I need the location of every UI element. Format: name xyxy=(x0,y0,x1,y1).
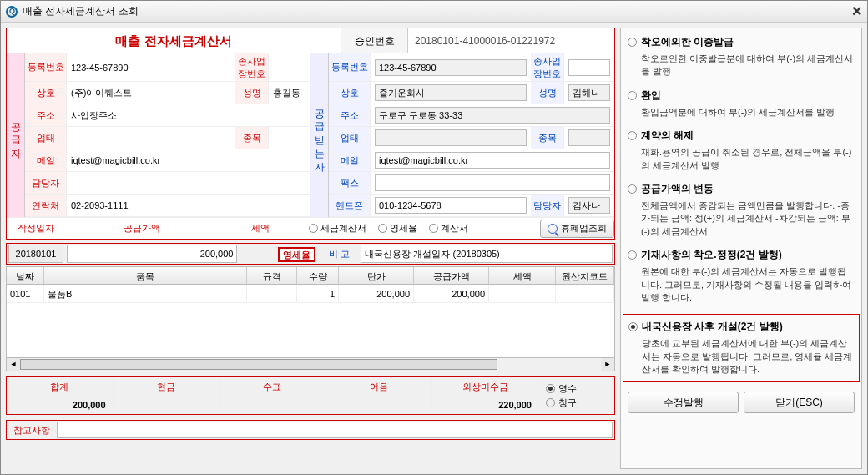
remark-input[interactable] xyxy=(361,245,613,263)
option-desc: 당초에 교부된 세금계산서에 대한 부(-)의 세금계산서는 자동으로 발행됩니… xyxy=(628,337,854,376)
col-price: 단가 xyxy=(339,267,414,284)
buyer-reg-input[interactable] xyxy=(375,59,527,76)
radio-icon xyxy=(628,91,637,100)
sum-check-label: 수표 xyxy=(220,377,326,396)
correction-option-2[interactable]: 계약의 해제재화.용역의 공급이 취소된 경우로, 전체금액을 부(-)의 세금… xyxy=(628,129,855,172)
supplier-biz-label: 업태 xyxy=(25,127,67,149)
supplier-sub-label: 종사업장번호 xyxy=(235,53,269,81)
scroll-left-icon[interactable]: ◄ xyxy=(7,358,20,371)
supplier-mgr xyxy=(67,172,310,194)
supplier-reg-label: 등록번호 xyxy=(25,53,67,81)
col-tax: 세액 xyxy=(489,267,556,284)
sum-note-label: 어음 xyxy=(326,377,433,396)
doc-date-label: 작성일자 xyxy=(7,222,65,235)
document-title: 매출 전자세금계산서 xyxy=(7,28,341,53)
supplier-mail-label: 메일 xyxy=(25,149,67,171)
scroll-thumb[interactable] xyxy=(20,359,497,370)
correction-option-3[interactable]: 공급가액의 변동전체금액에서 증감되는 금액만큼을 발행합니다. -증가되는 금… xyxy=(628,182,855,238)
radio-receipt[interactable]: 영수 xyxy=(546,382,614,395)
buyer-biz-label: 업태 xyxy=(329,127,371,149)
supplier-tel-label: 연락처 xyxy=(25,195,67,216)
buyer-fax-input[interactable] xyxy=(375,174,610,191)
col-supply: 공급가액 xyxy=(414,267,489,284)
zero-rate-tag: 영세율 xyxy=(278,247,315,262)
col-date: 날짜 xyxy=(7,267,44,284)
correction-option-4[interactable]: 기재사항의 착오.정정(2건 발행)원본에 대한 부(-)의 세금계산서는 자동… xyxy=(628,248,855,304)
issue-correction-button[interactable]: 수정발행 xyxy=(628,392,739,413)
buyer-cell-input[interactable] xyxy=(375,197,527,214)
radio-zero-rate[interactable]: 영세율 xyxy=(378,222,417,235)
table-row[interactable]: 0101물품B1200,000200,000 xyxy=(7,285,614,303)
buyer-fax-label: 팩스 xyxy=(329,172,371,194)
radio-icon xyxy=(628,184,637,194)
option-desc: 착오로인한 이중발급분에 대하여 부(-)의 세금계산서를 발행 xyxy=(628,53,855,78)
radio-icon xyxy=(628,38,637,47)
buyer-sub-input[interactable] xyxy=(568,59,610,76)
col-spec: 규격 xyxy=(247,267,297,284)
option-desc: 환입금액분에 대하여 부(-)의 세금계산서를 발행 xyxy=(628,106,855,119)
buyer-mail-label: 메일 xyxy=(329,149,371,171)
supplier-name-label: 상호 xyxy=(25,82,67,104)
sum-total: 200,000 xyxy=(7,396,114,414)
supplier-item-label: 종목 xyxy=(235,127,269,149)
supply-amount-input[interactable] xyxy=(67,245,237,263)
buyer-name-label: 상호 xyxy=(329,82,371,104)
sum-total-label: 합계 xyxy=(7,377,114,396)
approval-value: 20180101-41000016-01221972 xyxy=(407,28,614,53)
option-desc: 전체금액에서 증감되는 금액만큼을 발행합니다. -증가되는 금액: 정(+)의… xyxy=(628,200,855,238)
supplier-item xyxy=(269,127,310,149)
close-icon[interactable]: ✕ xyxy=(851,3,862,19)
buyer-reg-label: 등록번호 xyxy=(329,53,371,81)
correction-option-1[interactable]: 환입환입금액분에 대하여 부(-)의 세금계산서를 발행 xyxy=(628,88,855,119)
correction-option-5[interactable]: 내국신용장 사후 개설(2건 발행)당초에 교부된 세금계산서에 대한 부(-)… xyxy=(623,314,860,382)
note-label: 참고사항 xyxy=(7,424,57,437)
sum-credit: 220,000 xyxy=(432,396,539,414)
supplier-name: (주)아이퀘스트 xyxy=(67,82,235,104)
doc-tax-label: 세액 xyxy=(219,222,302,235)
option-desc: 재화.용역의 공급이 취소된 경우로, 전체금액을 부(-)의 세금계산서 발행 xyxy=(628,146,855,172)
buyer-name-input[interactable] xyxy=(375,84,527,101)
sum-cash-label: 현금 xyxy=(114,377,220,396)
buyer-ceo-input[interactable] xyxy=(568,84,610,101)
supplier-sub xyxy=(269,53,310,81)
search-icon xyxy=(548,224,558,234)
horizontal-scrollbar[interactable]: ◄ ► xyxy=(6,358,615,371)
col-origin: 원산지코드 xyxy=(556,267,614,284)
supplier-addr-label: 주소 xyxy=(25,104,67,126)
write-date-input[interactable] xyxy=(8,245,63,263)
buyer-item-input[interactable] xyxy=(568,129,610,146)
buyer-side-label: 공급받는자 xyxy=(310,53,329,217)
buyer-mgr-input[interactable] xyxy=(568,197,610,214)
remark-label: 비 고 xyxy=(319,248,359,260)
scroll-right-icon[interactable]: ► xyxy=(601,358,614,371)
note-input[interactable] xyxy=(57,422,613,438)
sum-credit-label: 외상미수금 xyxy=(432,377,539,396)
sum-cash xyxy=(114,396,220,414)
sum-check xyxy=(220,396,326,414)
buyer-mgr-label: 담당자 xyxy=(531,195,564,216)
supplier-side-label: 공급자 xyxy=(7,53,25,217)
radio-charge[interactable]: 청구 xyxy=(546,397,614,409)
buyer-ceo-label: 성명 xyxy=(531,82,564,104)
buyer-biz-input[interactable] xyxy=(375,129,527,146)
supplier-tel: 02-2093-1111 xyxy=(67,195,310,216)
radio-icon xyxy=(628,131,637,140)
correction-option-0[interactable]: 착오에의한 이중발급착오로인한 이중발급분에 대하여 부(-)의 세금계산서를 … xyxy=(628,35,855,78)
doc-supply-label: 공급가액 xyxy=(65,222,219,235)
supplier-addr: 사업장주소 xyxy=(67,104,310,126)
supplier-ceo: 홍길동 xyxy=(269,82,310,104)
approval-label: 승인번호 xyxy=(341,28,407,53)
buyer-mail-input[interactable] xyxy=(375,152,610,169)
col-qty: 수량 xyxy=(297,267,339,284)
buyer-cell-label: 핸드폰 xyxy=(329,195,371,216)
biz-status-lookup-button[interactable]: 휴폐업조회 xyxy=(540,220,614,238)
supplier-biz xyxy=(67,127,235,149)
close-button[interactable]: 닫기(ESC) xyxy=(744,392,855,413)
app-icon xyxy=(6,6,18,18)
radio-icon xyxy=(628,322,638,331)
supplier-ceo-label: 성명 xyxy=(235,82,269,104)
radio-invoice[interactable]: 계산서 xyxy=(429,222,468,235)
buyer-addr-input[interactable] xyxy=(375,107,610,124)
radio-tax-invoice[interactable]: 세금계산서 xyxy=(309,222,366,235)
buyer-sub-label: 종사업장번호 xyxy=(531,53,564,81)
